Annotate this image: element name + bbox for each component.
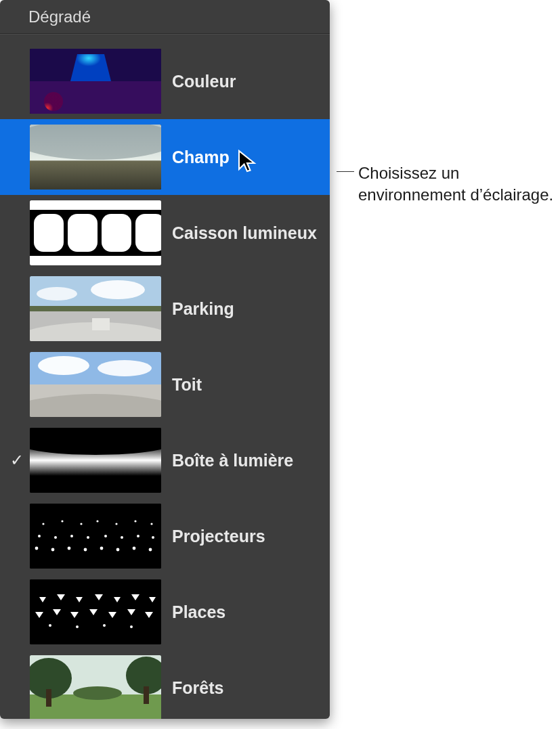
svg-point-53 — [103, 624, 106, 627]
env-item-projecteurs[interactable]: Projecteurs — [0, 498, 330, 574]
svg-rect-60 — [144, 686, 149, 704]
env-thumb-forets — [30, 655, 161, 719]
svg-point-29 — [80, 523, 82, 525]
svg-point-39 — [121, 536, 123, 539]
env-thumb-couleur — [30, 49, 161, 114]
svg-point-2 — [44, 92, 63, 111]
svg-point-49 — [149, 548, 152, 552]
env-label: Toit — [172, 375, 202, 395]
callout-text: Choisissez un environnement d’éclairage. — [358, 162, 555, 206]
env-item-champ[interactable]: Champ — [0, 119, 330, 195]
env-label: Places — [172, 602, 225, 622]
env-label: Forêts — [172, 678, 223, 698]
svg-point-45 — [84, 548, 87, 552]
menu-title-label: Dégradé — [28, 7, 91, 26]
svg-point-14 — [37, 287, 77, 301]
svg-point-37 — [87, 536, 89, 539]
env-label: Parking — [172, 299, 234, 319]
svg-rect-9 — [68, 214, 98, 252]
svg-point-61 — [73, 686, 122, 700]
env-label: Caisson lumineux — [172, 223, 317, 243]
env-label: Couleur — [172, 72, 236, 91]
svg-rect-59 — [46, 689, 51, 707]
svg-point-32 — [134, 520, 136, 522]
svg-point-46 — [100, 547, 104, 550]
environment-list: Couleur Champ — [0, 34, 330, 719]
env-thumb-softbox — [30, 428, 161, 493]
env-item-places[interactable]: Places — [0, 574, 330, 650]
svg-point-44 — [68, 547, 71, 550]
svg-point-28 — [61, 520, 63, 522]
env-label: Champ — [172, 148, 230, 167]
svg-point-43 — [51, 548, 55, 552]
svg-point-33 — [150, 523, 152, 525]
env-item-boite-a-lumiere[interactable]: ✓ Boîte à lumière — [0, 422, 330, 498]
callout-leader-line — [337, 171, 354, 172]
svg-rect-11 — [135, 214, 161, 252]
svg-point-51 — [49, 624, 51, 627]
svg-point-38 — [104, 535, 107, 537]
env-label: Projecteurs — [172, 527, 265, 546]
menu-title: Dégradé — [0, 0, 330, 34]
environment-menu: Dégradé Couleur — [0, 0, 330, 719]
env-label: Boîte à lumière — [172, 451, 293, 470]
svg-rect-8 — [34, 214, 64, 252]
env-thumb-toit — [30, 352, 161, 417]
svg-point-30 — [96, 520, 98, 522]
svg-point-20 — [38, 356, 89, 375]
cursor-arrow-icon — [237, 149, 257, 176]
checkmark-icon: ✓ — [4, 451, 30, 470]
env-item-parking[interactable]: Parking — [0, 271, 330, 347]
svg-point-21 — [98, 360, 152, 376]
svg-point-4 — [30, 125, 161, 160]
svg-rect-18 — [92, 318, 110, 330]
env-item-caisson-lumineux[interactable]: Caisson lumineux — [0, 195, 330, 271]
svg-point-27 — [42, 523, 44, 525]
svg-point-34 — [38, 535, 41, 537]
env-thumb-champ — [30, 125, 161, 190]
env-thumb-projecteurs — [30, 504, 161, 569]
svg-point-13 — [91, 280, 145, 299]
env-item-couleur[interactable]: Couleur — [0, 43, 330, 119]
svg-point-23 — [30, 394, 161, 417]
svg-point-52 — [76, 625, 79, 628]
svg-point-42 — [35, 547, 39, 550]
svg-point-36 — [70, 535, 73, 537]
svg-rect-6 — [30, 200, 161, 210]
env-thumb-places — [30, 579, 161, 644]
svg-point-25 — [30, 428, 161, 455]
annotation-callout: Choisissez un environnement d’éclairage. — [337, 162, 555, 206]
svg-point-48 — [133, 547, 136, 550]
svg-point-35 — [54, 536, 57, 539]
svg-point-47 — [116, 548, 120, 552]
env-item-toit[interactable]: Toit — [0, 347, 330, 422]
svg-point-31 — [115, 523, 117, 525]
env-thumb-parking — [30, 276, 161, 341]
env-item-forets[interactable]: Forêts — [0, 650, 330, 719]
svg-rect-7 — [30, 256, 161, 265]
env-thumb-caisson — [30, 200, 161, 265]
svg-point-54 — [130, 625, 133, 628]
svg-rect-10 — [102, 214, 131, 252]
svg-point-40 — [137, 535, 139, 537]
svg-point-41 — [152, 536, 154, 539]
svg-rect-26 — [30, 504, 161, 569]
